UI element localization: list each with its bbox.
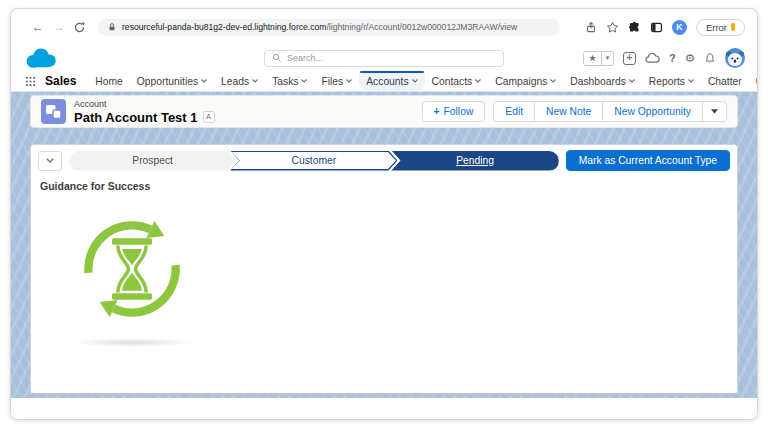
star-icon <box>606 21 619 34</box>
chevron-down-icon <box>46 158 54 163</box>
new-note-button[interactable]: New Note <box>535 101 603 122</box>
chevron-down-icon <box>301 79 307 83</box>
nav-label: Files <box>321 76 343 87</box>
setup-button[interactable]: ⚙ <box>685 51 695 65</box>
app-nav-bar: Sales Home Opportunities Leads Tasks Fil… <box>11 71 757 92</box>
favorites-control: ★ ▾ <box>583 51 614 66</box>
chevron-down-icon <box>688 79 694 83</box>
chevron-down-icon <box>711 109 718 114</box>
record-actions: + Follow Edit New Note New Opportunity <box>422 101 727 122</box>
record-title-block: Account Path Account Test 1 A <box>74 100 215 124</box>
waffle-icon <box>25 76 36 87</box>
record-header-card: Account Path Account Test 1 A + Follow E… <box>30 95 738 128</box>
share-button[interactable] <box>585 21 597 34</box>
error-button[interactable]: Error <box>696 19 745 36</box>
browser-toolbar: ← → resourceful-panda-bu81g2-dev-ed.ligh… <box>11 9 757 45</box>
new-opportunity-button[interactable]: New Opportunity <box>603 101 703 122</box>
browser-window: ← → resourceful-panda-bu81g2-dev-ed.ligh… <box>10 8 758 420</box>
account-icon <box>41 99 66 124</box>
record-action-group: Edit New Note New Opportunity <box>493 101 727 122</box>
guidance-loading-block <box>73 210 193 347</box>
chevron-down-icon <box>412 79 418 83</box>
viewport-footer-space <box>11 398 757 419</box>
search-icon <box>272 53 282 63</box>
icon-shadow <box>73 338 193 347</box>
forward-button[interactable]: → <box>52 20 66 34</box>
nav-tab-chatter[interactable]: Chatter <box>701 71 749 91</box>
nav-tab-dashboards[interactable]: Dashboards <box>563 71 642 91</box>
nav-label: Contacts <box>432 76 473 87</box>
favorites-button[interactable]: ★ <box>583 51 602 66</box>
reload-button[interactable] <box>73 21 86 34</box>
follow-label: Follow <box>444 106 474 117</box>
nav-label: Dashboards <box>570 76 626 87</box>
browser-profile-avatar[interactable]: K <box>672 20 687 35</box>
path-stage-customer[interactable]: Customer <box>230 151 397 171</box>
back-button[interactable]: ← <box>31 20 45 34</box>
nav-tab-contacts[interactable]: Contacts <box>425 71 489 91</box>
url-path: /lightning/r/Account/0012w000012JM3RAAW/… <box>326 22 517 32</box>
mark-current-button[interactable]: Mark as Current Account Type <box>566 150 730 171</box>
nav-label: Accounts <box>366 76 408 87</box>
url-domain: resourceful-panda-bu81g2-dev-ed.lightnin… <box>122 22 326 32</box>
trailhead-button[interactable] <box>645 52 660 64</box>
user-avatar[interactable] <box>725 48 745 68</box>
hourglass-sync-icon <box>73 210 191 328</box>
follow-button[interactable]: + Follow <box>422 101 486 122</box>
path-collapse-button[interactable] <box>38 151 62 171</box>
star-icon: ★ <box>588 53 596 63</box>
page-background: Account Path Account Test 1 A + Follow E… <box>11 92 757 398</box>
lock-icon <box>107 22 117 32</box>
url-text: resourceful-panda-bu81g2-dev-ed.lightnin… <box>122 22 517 32</box>
app-launcher-button[interactable] <box>25 76 36 87</box>
more-actions-button[interactable] <box>703 101 727 122</box>
bookmark-button[interactable] <box>606 21 619 34</box>
nav-label: Opportunities <box>137 76 198 87</box>
side-panel-icon <box>650 21 663 34</box>
header-utility-icons: ★ ▾ + ? ⚙ <box>583 48 745 68</box>
global-actions-button[interactable]: + <box>623 52 636 65</box>
puzzle-icon <box>628 21 641 34</box>
nav-label: Chatter <box>708 76 742 87</box>
path-row: Prospect Customer Pending Mark as Curren… <box>38 150 730 171</box>
nav-label: Tasks <box>272 76 298 87</box>
nav-tab-campaigns[interactable]: Campaigns <box>488 71 563 91</box>
chevron-down-icon <box>475 79 481 83</box>
salesforce-logo-icon <box>23 47 59 70</box>
caret-down-icon: ▾ <box>606 54 610 62</box>
path-stage-prospect[interactable]: Prospect <box>69 151 236 171</box>
extensions-button[interactable] <box>628 21 641 34</box>
guidance-title: Guidance for Success <box>40 180 730 192</box>
chevron-down-icon <box>201 79 207 83</box>
nav-tab-reports[interactable]: Reports <box>642 71 701 91</box>
nav-tab-leads[interactable]: Leads <box>214 71 265 91</box>
nav-tab-home[interactable]: Home <box>88 71 129 91</box>
nav-tab-files[interactable]: Files <box>314 71 359 91</box>
stage-label: Prospect <box>132 155 173 166</box>
nav-tab-accounts[interactable]: Accounts <box>359 71 424 91</box>
url-bar[interactable]: resourceful-panda-bu81g2-dev-ed.lightnin… <box>98 19 560 36</box>
path-card: Prospect Customer Pending Mark as Curren… <box>30 144 738 396</box>
help-button[interactable]: ? <box>669 52 676 64</box>
salesforce-global-header: Search... ★ ▾ + ? ⚙ <box>11 45 757 71</box>
path-stage-pending[interactable]: Pending <box>391 151 558 171</box>
nav-tab-opportunities[interactable]: Opportunities <box>130 71 214 91</box>
bell-icon <box>704 52 716 65</box>
nav-label: Groups <box>756 76 758 87</box>
nav-tab-groups[interactable]: Groups <box>749 71 758 91</box>
favorites-menu-button[interactable]: ▾ <box>602 51 614 66</box>
record-entity-label: Account <box>74 100 215 109</box>
notifications-button[interactable] <box>704 52 716 65</box>
nav-label: Campaigns <box>495 76 547 87</box>
app-name: Sales <box>45 74 76 88</box>
chevron-down-icon <box>346 79 352 83</box>
side-panel-button[interactable] <box>650 21 663 34</box>
chevron-down-icon <box>629 79 635 83</box>
edit-button[interactable]: Edit <box>493 101 535 122</box>
nav-label: Leads <box>221 76 249 87</box>
plus-icon: + <box>434 106 440 117</box>
error-label: Error <box>706 22 727 33</box>
nav-tab-tasks[interactable]: Tasks <box>265 71 314 91</box>
browser-toolbar-right: K Error <box>585 19 745 36</box>
global-search-input[interactable]: Search... <box>264 50 504 67</box>
